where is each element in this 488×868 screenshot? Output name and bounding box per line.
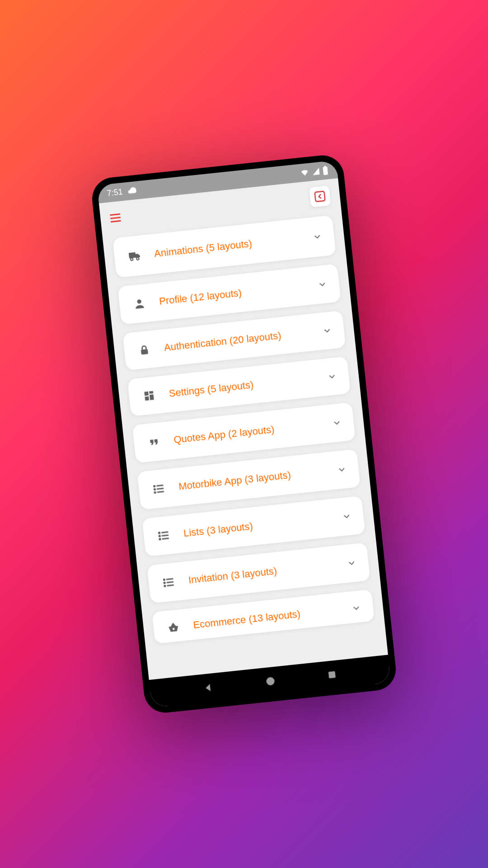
status-time: 7:51 bbox=[107, 187, 123, 198]
svg-line-14 bbox=[156, 485, 163, 486]
signal-icon bbox=[311, 167, 320, 176]
status-left: 7:51 bbox=[107, 185, 138, 198]
list-icon bbox=[150, 482, 168, 496]
app-logo-icon bbox=[313, 189, 327, 203]
svg-rect-12 bbox=[150, 394, 154, 400]
menu-item-label: Motorbike App (3 layouts) bbox=[178, 464, 338, 493]
list-icon bbox=[155, 528, 173, 543]
menu-item-label: Lists (3 layouts) bbox=[183, 511, 343, 539]
svg-point-17 bbox=[154, 486, 155, 487]
svg-point-19 bbox=[155, 492, 156, 493]
svg-line-27 bbox=[167, 582, 174, 583]
svg-line-26 bbox=[166, 579, 173, 580]
svg-rect-34 bbox=[328, 671, 336, 679]
phone-frame: 7:51 bbox=[90, 153, 398, 715]
menu-item-label: Authentication (20 layouts) bbox=[164, 326, 323, 354]
svg-rect-0 bbox=[323, 167, 328, 175]
svg-point-24 bbox=[159, 535, 160, 537]
chevron-down-icon bbox=[317, 279, 328, 290]
svg-line-3 bbox=[110, 217, 120, 218]
svg-line-20 bbox=[161, 532, 168, 533]
svg-line-21 bbox=[162, 535, 169, 536]
status-right bbox=[300, 165, 328, 177]
nav-recent-button[interactable] bbox=[327, 669, 338, 680]
chevron-down-icon bbox=[331, 417, 342, 428]
dashboard-icon bbox=[141, 389, 158, 403]
chevron-down-icon bbox=[312, 231, 323, 242]
chevron-down-icon bbox=[351, 603, 362, 613]
wifi-icon bbox=[300, 168, 310, 178]
menu-item-label: Ecommerce (13 layouts) bbox=[192, 603, 352, 631]
svg-point-31 bbox=[164, 585, 166, 587]
cloud-icon bbox=[127, 185, 137, 196]
menu-item-label: Invitation (3 layouts) bbox=[188, 558, 347, 586]
svg-point-7 bbox=[136, 257, 139, 260]
quote-icon bbox=[145, 435, 163, 449]
svg-rect-9 bbox=[141, 349, 148, 354]
svg-point-6 bbox=[131, 258, 133, 261]
nav-back-button[interactable] bbox=[202, 682, 214, 693]
phone-mockup: 7:51 bbox=[90, 153, 398, 715]
menu-item-label: Quotes App (2 layouts) bbox=[173, 418, 333, 446]
svg-line-16 bbox=[157, 491, 164, 492]
chevron-down-icon bbox=[322, 325, 333, 336]
content-list[interactable]: Animations (5 layouts) Profile (12 layou… bbox=[102, 211, 388, 680]
svg-line-4 bbox=[111, 221, 121, 222]
chevron-down-icon bbox=[327, 371, 338, 382]
chevron-down-icon bbox=[346, 558, 357, 569]
svg-rect-10 bbox=[144, 392, 149, 396]
background: 7:51 bbox=[0, 0, 488, 868]
menu-button[interactable] bbox=[108, 211, 123, 226]
svg-point-29 bbox=[164, 579, 165, 580]
svg-point-18 bbox=[154, 489, 155, 490]
svg-line-2 bbox=[110, 214, 120, 215]
appbar-action-button[interactable] bbox=[309, 185, 331, 207]
list-icon bbox=[160, 575, 178, 590]
svg-rect-5 bbox=[314, 191, 325, 202]
menu-item-label: Animations (5 layouts) bbox=[154, 231, 313, 260]
svg-point-30 bbox=[164, 582, 165, 584]
phone-screen: 7:51 bbox=[97, 160, 391, 708]
truck-icon bbox=[126, 248, 143, 264]
svg-point-8 bbox=[137, 299, 141, 304]
svg-rect-1 bbox=[324, 166, 326, 167]
svg-rect-11 bbox=[149, 391, 153, 394]
svg-line-28 bbox=[167, 585, 174, 586]
svg-point-33 bbox=[266, 677, 275, 686]
svg-line-22 bbox=[162, 538, 169, 539]
lock-icon bbox=[136, 343, 153, 357]
svg-rect-13 bbox=[145, 396, 149, 401]
menu-item-label: Settings (5 layouts) bbox=[168, 371, 328, 400]
battery-icon bbox=[322, 165, 328, 175]
svg-point-23 bbox=[159, 533, 160, 534]
chevron-down-icon bbox=[336, 464, 347, 475]
chevron-down-icon bbox=[341, 511, 352, 522]
menu-item-label: Profile (12 layouts) bbox=[159, 279, 318, 307]
basket-icon bbox=[164, 620, 182, 635]
svg-point-25 bbox=[160, 538, 161, 540]
svg-line-15 bbox=[157, 488, 164, 489]
nav-home-button[interactable] bbox=[264, 675, 276, 687]
person-icon bbox=[131, 297, 148, 311]
